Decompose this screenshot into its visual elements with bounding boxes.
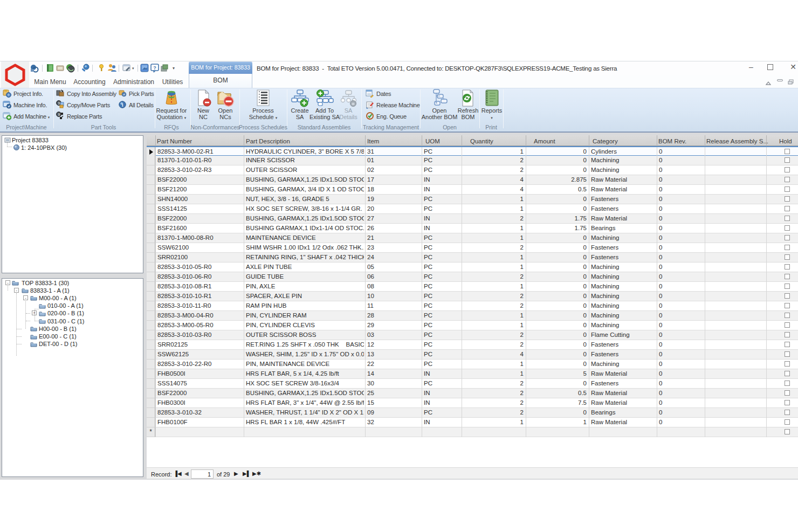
svg-text:9: 9: [58, 101, 60, 105]
svg-text:9: 9: [58, 113, 60, 116]
svg-text:?: ?: [153, 65, 156, 71]
svg-text:i: i: [122, 102, 123, 108]
